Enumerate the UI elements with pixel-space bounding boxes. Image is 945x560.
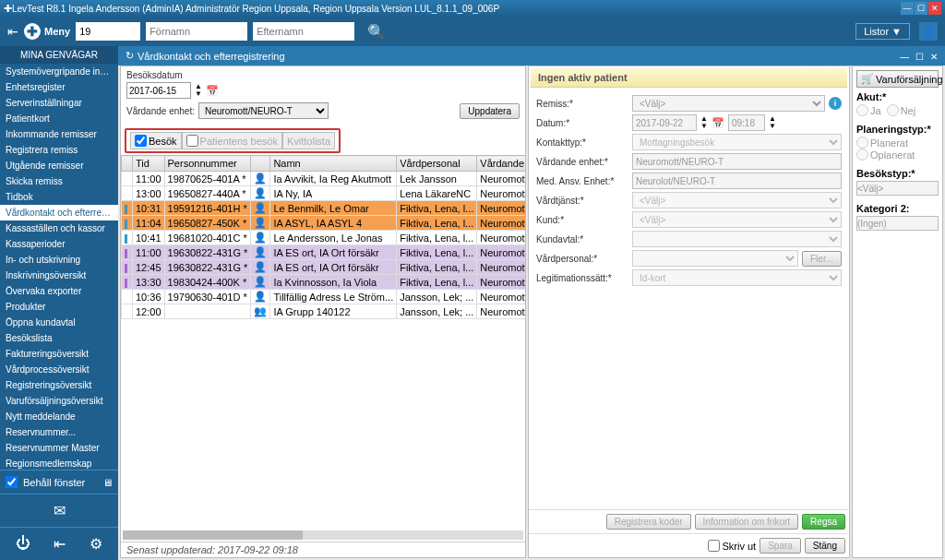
- pnr-input[interactable]: [76, 22, 140, 41]
- sidebar-item[interactable]: Regionsmedlemskap: [0, 456, 118, 470]
- oplanerat-radio[interactable]: Oplanerat: [856, 149, 939, 161]
- behall-checkbox[interactable]: [6, 476, 18, 488]
- calendar-icon[interactable]: 📅: [206, 85, 219, 97]
- datum-step[interactable]: ▲▼: [700, 115, 708, 130]
- h-scrollbar[interactable]: [123, 530, 523, 540]
- fnamn-input[interactable]: [146, 22, 247, 41]
- remiss-select[interactable]: <Välj>: [632, 95, 825, 112]
- regsa-button[interactable]: Regsa: [802, 514, 845, 530]
- table-row[interactable]: 10:3619790630-401D *👤Tillfällig Adress L…: [122, 290, 526, 304]
- logout-icon[interactable]: ⇤: [54, 535, 66, 553]
- sidebar-item[interactable]: Utgående remisser: [0, 158, 118, 173]
- sidebar-item[interactable]: In- och utskrivning: [0, 252, 118, 268]
- power-icon[interactable]: ⏻: [16, 535, 30, 553]
- reload-icon[interactable]: ↻: [126, 50, 134, 62]
- sidebar-item[interactable]: Registrera remiss: [0, 142, 118, 158]
- sidebar-item[interactable]: Tidbok: [0, 189, 118, 205]
- table-row[interactable]: 13:3019830424-400K *👤Ia Kvinnosson, Ia V…: [122, 275, 526, 290]
- column-header[interactable]: Tid: [133, 156, 165, 172]
- sidebar-item[interactable]: Patientkort: [0, 111, 118, 126]
- info-icon[interactable]: i: [829, 97, 842, 110]
- app-icon: ✚: [4, 3, 12, 15]
- vardande-enhet-select[interactable]: Neuromott/NEURO-T: [198, 102, 329, 119]
- sidebar-item[interactable]: Besökslista: [0, 330, 118, 346]
- user-icon[interactable]: 👤: [919, 22, 938, 41]
- akut-ja[interactable]: Ja: [856, 104, 881, 116]
- sidebar-item[interactable]: Öppna kundavtal: [0, 315, 118, 330]
- sidebar-item[interactable]: Kassaperioder: [0, 236, 118, 252]
- besoksdatum-label: Besöksdatum: [126, 70, 520, 80]
- planerat-radio[interactable]: Planerat: [856, 137, 939, 149]
- column-header[interactable]: [251, 156, 270, 172]
- column-header[interactable]: Personnummer: [164, 156, 251, 172]
- tab-close-icon[interactable]: ✕: [930, 52, 938, 62]
- table-row[interactable]: 10:3119591216-401H *👤Le Benmilk, Le Omar…: [122, 201, 526, 216]
- table-row[interactable]: 10:4119681020-401C *👤Le Andersson, Le Jo…: [122, 231, 526, 245]
- datum-stepper[interactable]: ▲▼: [195, 83, 202, 98]
- varuforsaljning-button[interactable]: 🛒Varuförsäljning❐: [856, 70, 939, 88]
- sidebar-item[interactable]: Nytt meddelande: [0, 409, 118, 424]
- sidebar-item[interactable]: Produkter: [0, 299, 118, 315]
- table-row[interactable]: 11:0019870625-401A *👤Ia Avvikit, Ia Reg …: [122, 172, 526, 186]
- column-header[interactable]: Vårdpersonal: [397, 156, 477, 172]
- listor-button[interactable]: Listor ▼: [855, 23, 910, 40]
- sidebar-item[interactable]: Systemövergripande inställnin...: [0, 64, 118, 79]
- sidebar-item[interactable]: Enhetsregister: [0, 79, 118, 95]
- kvittolista-toggle[interactable]: Kvittolista: [282, 132, 335, 149]
- datum-input[interactable]: [632, 114, 697, 131]
- besokstyp-input: [856, 181, 939, 196]
- sidebar-item[interactable]: Serverinställningar: [0, 95, 118, 111]
- time-step[interactable]: ▲▼: [769, 115, 776, 130]
- tab-max-icon[interactable]: ☐: [915, 52, 924, 62]
- table-row[interactable]: 12:00👥IA Grupp 140122Jansson, Lek; ...Ne…: [122, 304, 526, 319]
- skriv-ut-check[interactable]: Skriv ut: [708, 538, 756, 554]
- med-ansv-input: [632, 173, 842, 189]
- sidebar-item[interactable]: Kassaställen och kassor: [0, 220, 118, 236]
- calendar2-icon[interactable]: 📅: [712, 117, 724, 129]
- vardpersonal-select: [632, 250, 798, 267]
- sidebar-item[interactable]: Vårdprocessöversikt: [0, 362, 118, 377]
- user-icon: 👤: [251, 201, 270, 216]
- sidebar-item[interactable]: Övervaka exporter: [0, 283, 118, 299]
- akut-nej[interactable]: Nej: [887, 104, 916, 116]
- status-text: Senast uppdaterad: 2017-09-22 09:18: [126, 544, 298, 555]
- sidebar-item[interactable]: Inkommande remisser: [0, 126, 118, 142]
- close-button[interactable]: ✕: [928, 2, 941, 15]
- patientens-toggle[interactable]: Patientens besök: [182, 132, 282, 149]
- sidebar-item[interactable]: Inskrivningsöversikt: [0, 268, 118, 283]
- kund-select: <Välj>: [632, 211, 842, 228]
- mail-icon[interactable]: ✉: [54, 502, 66, 519]
- column-header[interactable]: Vårdande enhet: [477, 156, 525, 172]
- back-button[interactable]: ⇤: [7, 24, 18, 39]
- table-row[interactable]: 11:0019630822-431G *👤IA ES ort, IA Ort f…: [122, 245, 526, 260]
- besok-toggle[interactable]: Besök: [130, 132, 182, 149]
- vardtjanst-select: <Välj>: [632, 192, 842, 209]
- table-row[interactable]: 11:0419650827-450K *👤IA ASYL, IA ASYL 4F…: [122, 216, 526, 231]
- table-row[interactable]: 13:0019650827-440A *👤IA Ny, IALena Läkar…: [122, 186, 526, 201]
- sidebar-item[interactable]: Faktureringsöversikt: [0, 346, 118, 362]
- meny-button[interactable]: ✚ Meny: [24, 23, 70, 40]
- besoksdatum-input[interactable]: [126, 82, 191, 99]
- sidebar-item[interactable]: Registreringsöversikt: [0, 377, 118, 393]
- sidebar-item[interactable]: Reservnummer...: [0, 424, 118, 440]
- sidebar-item[interactable]: Varuförsäljningsöversikt: [0, 393, 118, 409]
- uppdatera-button[interactable]: Uppdatera: [460, 103, 520, 119]
- sidebar-item[interactable]: Vårdkontakt och efterregistrering: [0, 205, 118, 220]
- time-input[interactable]: [728, 114, 765, 131]
- fler-button: Fler...: [802, 251, 842, 267]
- tab-min-icon[interactable]: —: [900, 52, 909, 62]
- user-icon: 👤: [251, 290, 270, 304]
- enamn-input[interactable]: [253, 22, 354, 41]
- sidebar-item[interactable]: Skicka remiss: [0, 173, 118, 189]
- search-icon[interactable]: 🔍: [367, 23, 386, 41]
- no-active-patient: Ingen aktiv patient: [531, 68, 847, 88]
- stang-button[interactable]: Stäng: [805, 538, 845, 554]
- sidebar-header: MINA GENVÄGAR: [0, 46, 118, 64]
- table-row[interactable]: 12:4519630822-431G *👤IA ES ort, IA Ort f…: [122, 260, 526, 275]
- maximize-button[interactable]: ☐: [915, 2, 927, 15]
- minimize-button[interactable]: —: [901, 2, 914, 15]
- settings-icon[interactable]: ⚙: [90, 535, 102, 553]
- column-header[interactable]: [122, 156, 133, 172]
- column-header[interactable]: Namn: [270, 156, 397, 172]
- sidebar-item[interactable]: Reservnummer Master: [0, 440, 118, 456]
